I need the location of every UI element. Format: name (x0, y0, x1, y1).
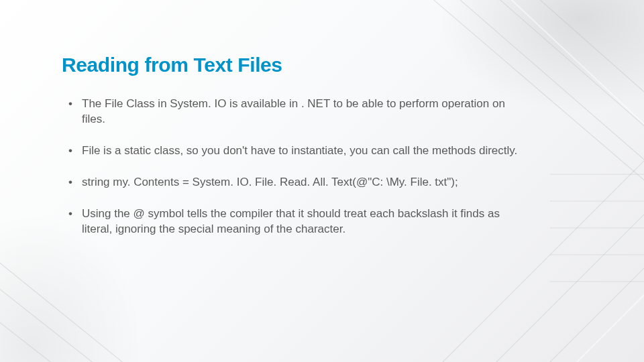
list-item: File is a static class, so you don't hav… (62, 143, 518, 159)
list-item: Using the @ symbol tells the compiler th… (62, 206, 518, 237)
slide-content: Reading from Text Files The File Class i… (0, 0, 644, 362)
bullet-list: The File Class in System. IO is availabl… (62, 97, 518, 237)
list-item: string my. Contents = System. IO. File. … (62, 175, 518, 190)
slide-title: Reading from Text Files (62, 54, 582, 76)
list-item: The File Class in System. IO is availabl… (62, 97, 518, 127)
